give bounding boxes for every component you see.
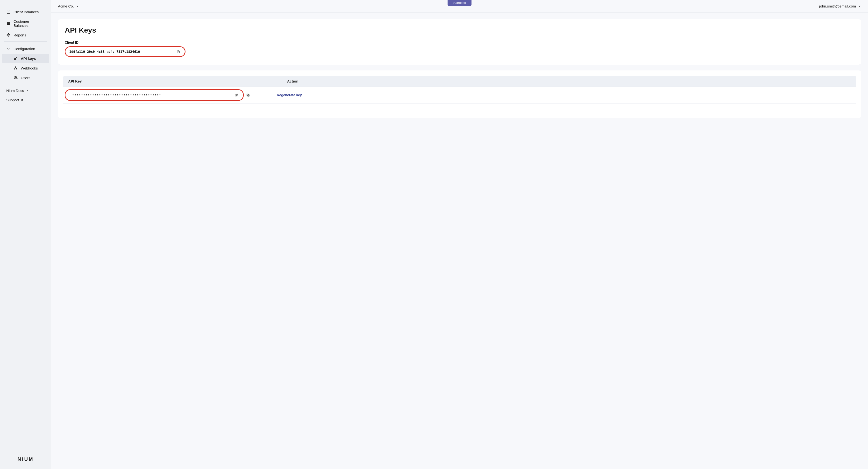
sidebar-item-customer-balances[interactable]: Customer Balances [2,17,49,30]
sidebar-link-support[interactable]: Support [2,96,49,104]
sidebar-item-configuration[interactable]: Configuration [2,44,49,53]
sidebar-divider [4,41,47,42]
svg-rect-3 [7,23,10,25]
user-email: john.smith@email.com [819,4,856,8]
client-id-field: 1d9fa119-29c9-4c83-ab4c-7317c1824610 [66,47,184,56]
copy-icon [176,50,180,54]
client-id-card: API Keys Client ID 1d9fa119-29c9-4c83-ab… [58,19,861,65]
webhook-icon [13,66,18,70]
sidebar-item-label: Client Balances [13,10,45,14]
api-key-masked-value: •••••••••••••••••••••••••••••••••••••••• [69,92,232,98]
sidebar-item-label: Customer Balances [13,19,45,28]
key-icon [13,56,18,61]
sidebar-item-reports[interactable]: Reports [2,30,49,40]
link-label: Support [6,98,19,102]
svg-line-7 [17,58,17,58]
api-key-field: •••••••••••••••••••••••••••••••••••••••• [66,91,243,100]
copy-client-id-button[interactable] [176,49,181,54]
table-header: API Key Action [63,76,856,87]
users-icon [13,75,18,80]
sidebar-item-users[interactable]: Users [2,73,49,82]
chevron-down-icon [6,46,11,51]
column-header-api-key: API Key [68,79,266,83]
sidebar-footer: NIUM [0,457,51,463]
sidebar-item-client-balances[interactable]: Client Balances [2,7,49,16]
api-key-highlight: •••••••••••••••••••••••••••••••••••••••• [65,89,244,101]
external-link-icon [21,99,24,102]
api-key-table-card: API Key Action •••••••••••••••••••••••••… [58,70,861,118]
sidebar-item-api-keys[interactable]: API keys [2,54,49,63]
wallet-icon [6,21,11,26]
copy-icon [246,93,250,97]
link-label: Nium Docs [6,89,24,93]
external-link-icon [25,89,28,92]
user-menu[interactable]: john.smith@email.com [819,4,861,8]
sidebar-item-label: Configuration [13,47,45,51]
column-header-action: Action [266,79,319,83]
environment-badge: Sandbox [447,0,471,6]
svg-point-5 [14,58,16,60]
sidebar-link-nium-docs[interactable]: Nium Docs [2,86,49,95]
main: Acme Co. Sandbox john.smith@email.com AP… [51,0,868,469]
svg-rect-4 [7,23,10,24]
chevron-down-icon [76,5,79,8]
sidebar: Client Balances Customer Balances Report… [0,0,51,469]
svg-point-12 [16,77,17,78]
eye-off-icon [235,93,238,97]
sidebar-item-webhooks[interactable]: Webhooks [2,63,49,73]
svg-line-13 [26,90,28,91]
svg-point-9 [14,69,15,69]
client-id-highlight: 1d9fa119-29c9-4c83-ab4c-7317c1824610 [65,46,185,57]
content-area: API Keys Client ID 1d9fa119-29c9-4c83-ab… [51,12,868,469]
page-title: API Keys [65,26,855,34]
note-icon [6,10,11,14]
nium-logo: NIUM [18,457,34,463]
sidebar-item-label: Webhooks [21,66,45,70]
chevron-down-icon [858,5,861,8]
sidebar-item-label: Reports [13,33,45,37]
svg-point-8 [16,67,16,67]
svg-point-10 [17,69,17,69]
org-selector[interactable]: Acme Co. [58,4,79,8]
sidebar-item-label: API keys [21,57,45,61]
copy-api-key-button[interactable] [246,92,251,98]
table-row: •••••••••••••••••••••••••••••••••••••••• [63,87,856,103]
svg-point-11 [15,76,16,78]
bolt-icon [6,33,11,37]
toggle-visibility-button[interactable] [234,92,239,98]
client-id-value: 1d9fa119-29c9-4c83-ab4c-7317c1824610 [69,50,174,54]
client-id-label: Client ID [65,40,855,44]
regenerate-key-link[interactable]: Regenerate key [277,93,302,97]
svg-line-14 [21,99,23,101]
org-name: Acme Co. [58,4,74,8]
sidebar-item-label: Users [21,76,45,80]
topbar: Acme Co. Sandbox john.smith@email.com [51,0,868,12]
